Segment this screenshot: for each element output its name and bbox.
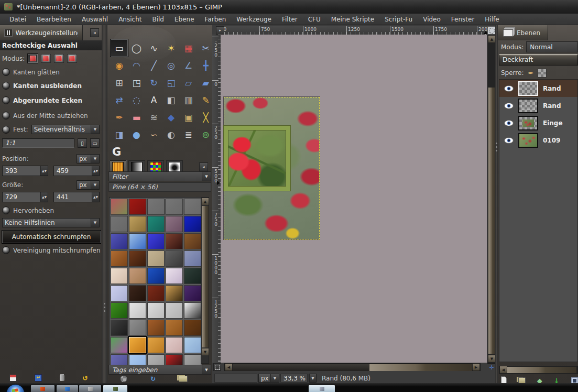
expand-from-center-option[interactable]: Aus der Mitte aufziehen: [2, 112, 88, 119]
tool-button[interactable]: ≣: [180, 126, 197, 143]
tool-button[interactable]: ◱: [162, 74, 180, 91]
open-pattern-folder-icon[interactable]: [179, 376, 188, 382]
taskbar-button-active[interactable]: [308, 385, 335, 392]
landscape-icon[interactable]: ▭: [90, 138, 100, 148]
tool-button[interactable]: ◉: [111, 57, 128, 74]
mode-subtract-button[interactable]: [54, 54, 64, 63]
pattern-tile[interactable]: [184, 320, 201, 336]
tool-button[interactable]: ▱: [180, 74, 197, 91]
image-canvas[interactable]: [221, 35, 487, 363]
layers-horizontal-scrollbar[interactable]: ◀: [499, 366, 578, 374]
save-options-icon[interactable]: [9, 374, 17, 382]
pattern-tile[interactable]: [166, 302, 183, 319]
tool-button[interactable]: ▥: [180, 91, 197, 108]
size-unit-select[interactable]: px ▼: [77, 180, 100, 190]
scroll-down-icon[interactable]: ▼: [488, 355, 495, 362]
zoom-fit-toggle-button[interactable]: [487, 26, 496, 35]
menu-item[interactable]: Meine Skripte: [326, 15, 379, 24]
tool-button[interactable]: ⊞: [111, 74, 128, 91]
pattern-tile[interactable]: [147, 268, 165, 284]
pattern-tile[interactable]: [166, 233, 183, 249]
status-unit-select[interactable]: px ▼: [258, 374, 279, 383]
rounded-corners-option[interactable]: Abgerundete Ecken: [2, 96, 82, 104]
tool-button[interactable]: ◨: [111, 126, 128, 143]
pattern-tile[interactable]: [111, 302, 128, 319]
pattern-tile[interactable]: [147, 302, 165, 319]
position-unit-select[interactable]: px ▼: [77, 154, 100, 164]
quick-mask-toggle-button[interactable]: [213, 363, 221, 371]
scroll-down-icon[interactable]: ▼: [202, 349, 209, 355]
collapse-left-dock-button[interactable]: ◂: [90, 28, 99, 37]
pattern-tags-combo[interactable]: Tags eingeben ▼: [108, 365, 211, 375]
scroll-left-icon[interactable]: ◀: [500, 366, 507, 373]
pattern-tile[interactable]: [129, 233, 146, 249]
tool-button[interactable]: A: [145, 91, 162, 108]
pattern-tile[interactable]: [166, 320, 183, 336]
pattern-tile[interactable]: [111, 337, 128, 353]
pattern-filter-combo[interactable]: Filter ▼: [108, 171, 211, 181]
tool-button[interactable]: ▭: [111, 39, 128, 57]
navigation-cross-icon[interactable]: ✛: [487, 363, 496, 372]
pattern-tile[interactable]: [166, 268, 183, 284]
menu-item[interactable]: CFU: [303, 15, 326, 24]
layer-row[interactable]: Rand: [499, 97, 577, 114]
pattern-tile[interactable]: [111, 199, 128, 215]
menu-item[interactable]: Ebene: [169, 15, 200, 24]
vertical-scroll-trough[interactable]: ▲ ▼: [487, 35, 496, 364]
menu-item[interactable]: Auswahl: [77, 15, 113, 24]
portrait-icon[interactable]: ▯: [78, 138, 87, 148]
mode-intersect-button[interactable]: [67, 54, 77, 63]
pattern-tile[interactable]: [184, 268, 201, 284]
restore-options-icon[interactable]: ↩: [35, 374, 42, 382]
horizontal-scroll-thumb[interactable]: [233, 364, 369, 371]
delete-options-icon[interactable]: [60, 375, 64, 381]
tool-button[interactable]: ◌: [128, 91, 145, 108]
menu-item[interactable]: Script-Fu: [379, 15, 418, 24]
tool-button[interactable]: ◯: [128, 39, 145, 57]
layer-row[interactable]: Einge: [499, 114, 577, 132]
fixed-select[interactable]: Seitenverhältnis ▼: [31, 125, 100, 134]
menu-item[interactable]: Filter: [277, 15, 303, 24]
tool-button[interactable]: ▣: [180, 108, 197, 126]
spinner-arrows-icon[interactable]: ▲▼: [92, 166, 99, 176]
highlight-checkbox[interactable]: [2, 206, 10, 214]
pattern-tile[interactable]: [129, 285, 146, 301]
tool-button[interactable]: ╱: [145, 57, 162, 74]
menu-item[interactable]: Video: [418, 15, 446, 24]
rounded-corners-checkbox[interactable]: [2, 96, 10, 104]
position-y-spinner[interactable]: 459 ▲▼: [53, 166, 100, 176]
spinner-arrows-icon[interactable]: ▲▼: [40, 166, 48, 176]
tool-button[interactable]: ∠: [180, 57, 197, 74]
layer-row[interactable]: 0109: [499, 132, 577, 149]
pattern-tile[interactable]: [147, 337, 165, 353]
antialias-option[interactable]: Kanten glätten: [2, 68, 60, 76]
scroll-up-icon[interactable]: ▲: [488, 36, 495, 42]
pattern-tile[interactable]: [129, 268, 146, 284]
visibility-eye-icon[interactable]: [504, 103, 514, 109]
highlight-option[interactable]: Hervorheben: [2, 206, 54, 214]
guides-select[interactable]: Keine Hilfslinien ▼: [2, 218, 100, 227]
horizontal-scroll-trough[interactable]: ◀ ▶: [224, 363, 481, 371]
taskbar-button[interactable]: [30, 385, 55, 392]
tool-button[interactable]: ◠: [128, 57, 145, 74]
zoom-select-button[interactable]: ▼: [309, 374, 317, 383]
position-x-spinner[interactable]: 393 ▲▼: [2, 166, 48, 176]
tool-button[interactable]: ◧: [162, 91, 180, 108]
tool-button[interactable]: ∿: [145, 39, 162, 57]
pattern-tile[interactable]: [166, 337, 183, 353]
pattern-tile[interactable]: [166, 251, 183, 267]
fixed-checkbox[interactable]: [2, 126, 10, 134]
pattern-tile[interactable]: [166, 199, 183, 215]
menu-item[interactable]: Farben: [200, 15, 232, 24]
tab-layers[interactable]: Ebenen: [498, 25, 548, 40]
feather-checkbox[interactable]: [2, 82, 10, 90]
pattern-tile[interactable]: [147, 251, 165, 267]
visibility-eye-icon[interactable]: [504, 137, 514, 144]
pattern-tile[interactable]: [111, 251, 128, 267]
tool-button[interactable]: ≋: [145, 108, 162, 126]
ratio-input[interactable]: 1:1: [2, 138, 74, 148]
pattern-tile[interactable]: [111, 216, 128, 232]
refresh-patterns-icon[interactable]: ↻: [150, 375, 156, 383]
menu-item[interactable]: Hilfe: [479, 15, 504, 24]
taskbar-button[interactable]: [56, 385, 79, 392]
